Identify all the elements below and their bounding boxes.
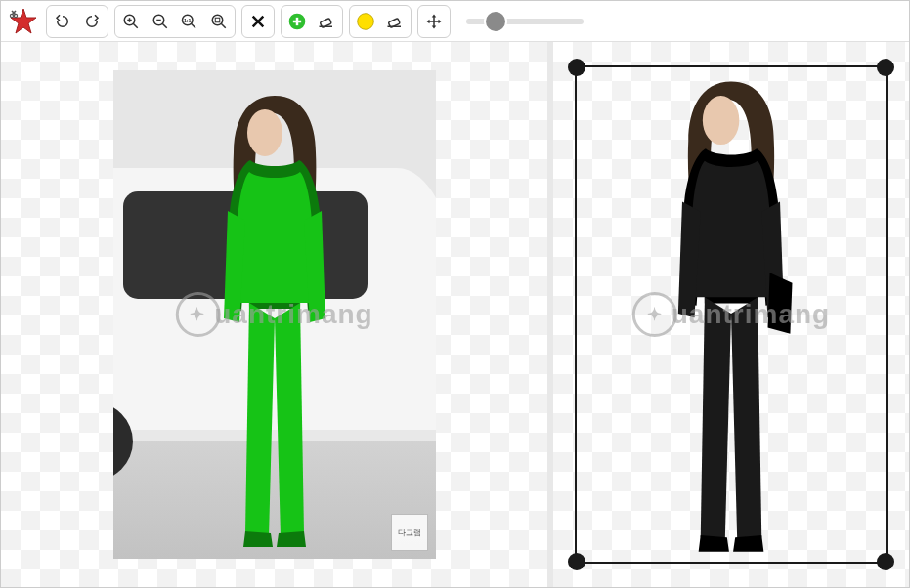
crop-handle-bottom-right[interactable] [877, 553, 894, 570]
panel-divider[interactable] [547, 42, 553, 587]
background-car [113, 168, 436, 441]
erase-yellow-button[interactable] [381, 8, 409, 35]
svg-rect-15 [215, 18, 220, 22]
crop-handle-top-left[interactable] [568, 59, 585, 76]
green-brush-group [281, 5, 343, 38]
pan-button[interactable] [420, 8, 448, 35]
source-image: 다그램 [113, 70, 436, 559]
zoom-out-button[interactable] [147, 8, 174, 35]
crop-bounding-box[interactable] [575, 65, 888, 564]
undo-button[interactable] [49, 8, 76, 35]
crop-handle-bottom-left[interactable] [568, 553, 585, 570]
erase-green-button[interactable] [313, 8, 340, 35]
ground [113, 422, 436, 559]
svg-point-13 [212, 15, 223, 25]
car-window [123, 191, 368, 299]
cutout-bounding-area [575, 65, 888, 564]
cutout-image [648, 69, 814, 558]
svg-line-14 [221, 23, 226, 28]
pan-group [417, 5, 451, 38]
zoom-actual-button[interactable]: 1:1 [176, 8, 203, 35]
clear-button[interactable] [244, 8, 272, 35]
workspace: 다그램 ✦ uantrimang [1, 42, 909, 587]
svg-rect-25 [388, 25, 402, 27]
corner-label-text: 다그램 [398, 527, 421, 538]
svg-line-8 [162, 23, 167, 28]
crop-handle-top-right[interactable] [877, 59, 894, 76]
source-corner-label: 다그램 [391, 514, 428, 551]
slider-thumb[interactable] [484, 10, 507, 33]
clear-group [241, 5, 275, 38]
svg-point-26 [247, 109, 282, 156]
zoom-in-button[interactable] [117, 8, 145, 35]
brush-size-slider[interactable] [466, 19, 584, 24]
svg-point-23 [358, 13, 374, 29]
svg-line-11 [192, 23, 196, 28]
zoom-fit-button[interactable] [205, 8, 233, 35]
svg-text:1:1: 1:1 [184, 17, 192, 22]
logo-icon[interactable] [7, 5, 40, 38]
history-group [46, 5, 108, 38]
source-panel[interactable]: 다그램 ✦ uantrimang [1, 42, 547, 587]
svg-rect-22 [320, 25, 333, 27]
add-green-button[interactable] [283, 8, 311, 35]
result-panel[interactable]: ✦ uantrimang [553, 42, 909, 587]
redo-button[interactable] [78, 8, 106, 35]
zoom-group: 1:1 [114, 5, 236, 38]
svg-point-2 [14, 14, 17, 17]
svg-line-4 [133, 23, 138, 28]
yellow-brush-group [349, 5, 412, 38]
svg-point-27 [703, 96, 740, 145]
add-yellow-button[interactable] [352, 8, 379, 35]
app-root: 1:1 [0, 0, 910, 588]
slider-track[interactable] [466, 19, 584, 24]
toolbar: 1:1 [1, 1, 909, 42]
svg-point-1 [10, 14, 13, 17]
